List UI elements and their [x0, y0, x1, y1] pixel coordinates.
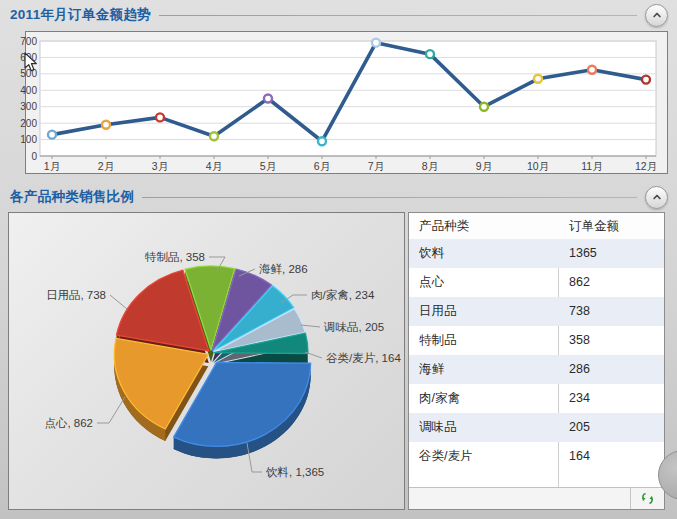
svg-text:12月: 12月 [635, 160, 657, 172]
refresh-icon [640, 491, 655, 506]
table-cell-amount: 164 [559, 442, 664, 471]
column-header-category: 产品种类 [409, 213, 559, 239]
pie-chart[interactable]: 特制品, 358海鲜, 286肉/家禽, 234调味品, 205谷类/麦片, 1… [9, 213, 402, 507]
table-cell-amount: 286 [559, 355, 664, 384]
x-axis-labels: 1月2月3月4月5月6月7月8月9月10月11月12月 [44, 156, 657, 172]
svg-text:5月: 5月 [260, 160, 276, 172]
pie-label: 调味品, 205 [323, 321, 384, 333]
table-cell-amount: 1365 [559, 239, 664, 268]
svg-text:100: 100 [20, 134, 37, 145]
data-point-marker[interactable] [264, 95, 272, 103]
table-footer [409, 487, 664, 509]
table-row[interactable]: 海鲜286 [409, 355, 664, 384]
data-point-marker[interactable] [210, 132, 218, 140]
table-row[interactable]: 日用品738 [409, 297, 664, 326]
svg-text:8月: 8月 [422, 160, 438, 172]
column-header-amount: 订单金额 [559, 213, 664, 239]
table-row[interactable]: 特制品358 [409, 326, 664, 355]
trend-chart-panel: 01002003004005006007001月2月3月4月5月6月7月8月9月… [25, 31, 668, 174]
chevron-up-icon [651, 191, 663, 203]
y-axis-labels: 0100200300400500600700 [20, 36, 37, 162]
pie-label: 海鲜, 286 [259, 263, 308, 275]
table-header-row: 产品种类 订单金额 [409, 213, 664, 240]
svg-text:7月: 7月 [368, 160, 384, 172]
svg-text:200: 200 [20, 118, 37, 129]
label-connector [110, 295, 127, 309]
pie-label: 饮料, 1,365 [265, 466, 324, 478]
table-cell-category: 谷类/麦片 [409, 442, 559, 471]
data-point-marker[interactable] [156, 113, 164, 121]
pie-label: 特制品, 358 [144, 251, 205, 263]
svg-text:700: 700 [20, 36, 37, 47]
table-cell-category: 饮料 [409, 239, 559, 268]
table-cell-category: 点心 [409, 268, 559, 297]
table-row[interactable]: 调味品205 [409, 413, 664, 442]
table-row[interactable]: 肉/家禽234 [409, 384, 664, 413]
refresh-button[interactable] [638, 491, 656, 506]
table-cell-category: 调味品 [409, 413, 559, 442]
pie-label: 肉/家禽, 234 [311, 289, 375, 301]
pie-label: 点心, 862 [44, 417, 93, 429]
svg-text:9月: 9月 [476, 160, 492, 172]
table-row[interactable]: 谷类/麦片164 [409, 442, 664, 471]
collapse-pie-panel-button[interactable] [645, 186, 668, 209]
chevron-up-icon [651, 9, 663, 21]
data-point-marker[interactable] [48, 131, 56, 139]
table-cell-amount: 862 [559, 268, 664, 297]
svg-text:400: 400 [20, 85, 37, 96]
label-connector [97, 397, 125, 423]
table-cell-category: 日用品 [409, 297, 559, 326]
pie-panel-title: 各产品种类销售比例 [10, 188, 134, 206]
pie-panel-header: 各产品种类销售比例 [10, 186, 668, 208]
category-table-panel: 产品种类 订单金额 饮料1365点心862日用品738特制品358海鲜286肉/… [408, 212, 665, 510]
table-row[interactable]: 点心862 [409, 268, 664, 297]
pie-label: 谷类/麦片, 164 [326, 352, 401, 364]
data-point-marker[interactable] [102, 121, 110, 129]
data-point-marker[interactable] [318, 137, 326, 145]
trend-panel-header: 2011年月订单金额趋势 [10, 4, 668, 26]
svg-text:4月: 4月 [206, 160, 222, 172]
plot-area [40, 41, 656, 156]
table-cell-amount: 234 [559, 384, 664, 413]
pie-label: 日用品, 738 [46, 289, 106, 301]
data-point-marker[interactable] [480, 103, 488, 111]
table-row[interactable]: 饮料1365 [409, 239, 664, 268]
svg-text:11月: 11月 [581, 160, 602, 172]
svg-text:2月: 2月 [98, 160, 114, 172]
data-point-marker[interactable] [588, 66, 596, 74]
pie-chart-panel: 特制品, 358海鲜, 286肉/家禽, 234调味品, 205谷类/麦片, 1… [8, 212, 405, 510]
table-cell-amount: 738 [559, 297, 664, 326]
footer-divider [630, 488, 631, 509]
table-cell-category: 海鲜 [409, 355, 559, 384]
svg-text:300: 300 [20, 101, 37, 112]
svg-text:600: 600 [20, 52, 37, 63]
svg-text:3月: 3月 [152, 160, 168, 172]
trend-panel-title: 2011年月订单金额趋势 [10, 6, 151, 24]
svg-text:500: 500 [20, 68, 37, 79]
table-cell-amount: 205 [559, 413, 664, 442]
table-cell-amount: 358 [559, 326, 664, 355]
trend-line-chart[interactable]: 01002003004005006007001月2月3月4月5月6月7月8月9月… [26, 32, 667, 173]
table-cell-category: 特制品 [409, 326, 559, 355]
svg-text:0: 0 [31, 151, 37, 162]
data-point-marker[interactable] [642, 76, 650, 84]
data-point-marker[interactable] [372, 39, 380, 47]
data-point-marker[interactable] [426, 50, 434, 58]
svg-text:6月: 6月 [314, 160, 330, 172]
data-point-marker[interactable] [534, 75, 542, 83]
header-rule [159, 15, 637, 16]
table-cell-category: 肉/家禽 [409, 384, 559, 413]
collapse-trend-panel-button[interactable] [645, 4, 668, 27]
header-rule [142, 197, 637, 198]
svg-text:1月: 1月 [44, 160, 60, 172]
svg-text:10月: 10月 [527, 160, 549, 172]
